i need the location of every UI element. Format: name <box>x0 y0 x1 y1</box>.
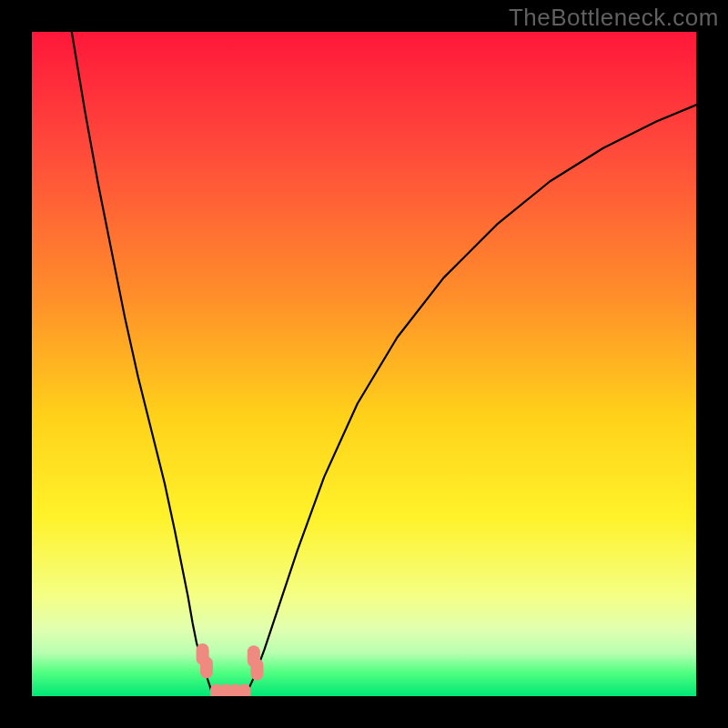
marker-bottom-bar <box>238 684 251 696</box>
gradient-background <box>32 32 696 696</box>
bottleneck-chart <box>32 32 696 696</box>
chart-frame: TheBottleneck.com <box>0 0 728 728</box>
marker-right-top-pair <box>250 659 263 681</box>
marker-left-top-pair <box>200 657 213 679</box>
watermark-text: TheBottleneck.com <box>509 4 719 32</box>
